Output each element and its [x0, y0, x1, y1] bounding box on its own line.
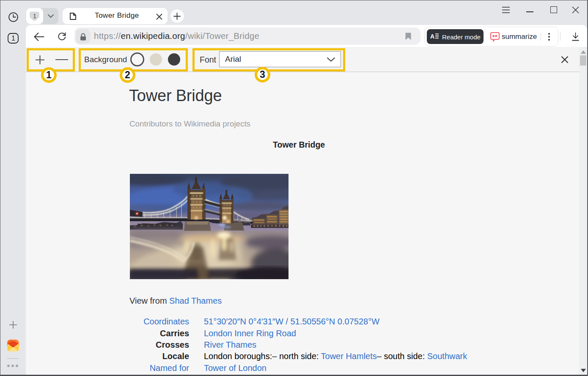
svg-text:A: A	[430, 33, 434, 40]
